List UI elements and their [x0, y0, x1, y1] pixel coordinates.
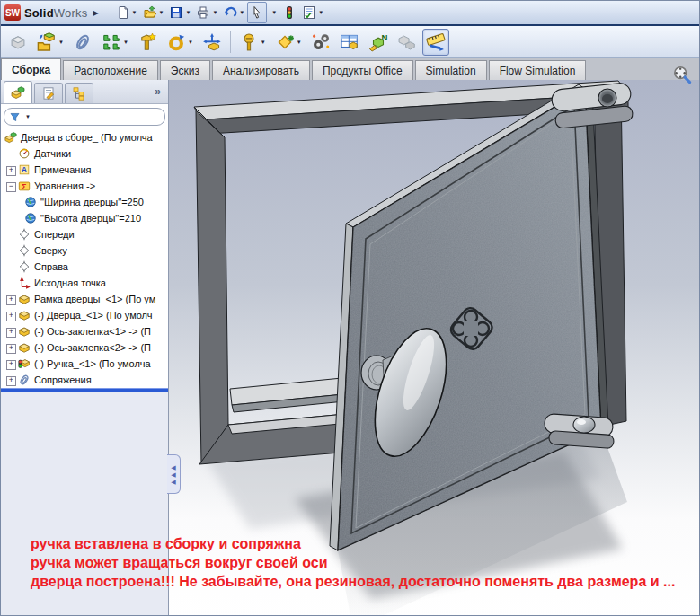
- measure-button[interactable]: [422, 29, 449, 56]
- tab-flow-simulation[interactable]: Flow Simulation: [489, 60, 587, 80]
- tree-item-equation-width[interactable]: "Ширина дверцы"=250: [1, 194, 168, 210]
- expand-toggle[interactable]: +: [4, 341, 18, 354]
- tree-item-root[interactable]: Дверца в сборе_ (По умолча: [1, 129, 168, 145]
- smart-fasteners-icon: [137, 32, 157, 52]
- chevron-down-icon[interactable]: ▼: [212, 10, 217, 15]
- print-button[interactable]: ▼: [193, 2, 220, 23]
- brand-works: Works: [54, 6, 88, 20]
- tree-item-sensors[interactable]: Датчики: [1, 145, 168, 162]
- part-icon: [18, 341, 31, 354]
- move-component-button[interactable]: [199, 29, 226, 56]
- measure-ruler-icon: [426, 32, 446, 52]
- bottom-hinge-rivet[interactable]: [544, 413, 614, 448]
- tree-item-handle-component[interactable]: +(-) Ручка_<1> (По умолча: [1, 356, 168, 372]
- mate-paperclip-icon: [73, 32, 93, 52]
- panel-tabs: »: [1, 80, 168, 104]
- tab-raspolozhenie[interactable]: Расположение: [63, 60, 158, 80]
- toolbar-separator: [230, 31, 231, 53]
- brand-solid: Solid: [24, 6, 54, 20]
- tree-item-origin[interactable]: Исходная точка: [1, 275, 168, 291]
- bill-of-materials-button[interactable]: [336, 29, 363, 56]
- tree-item-equation-height[interactable]: "Высота дверцы"=210: [1, 210, 168, 226]
- open-button[interactable]: ▼: [140, 2, 167, 23]
- panel-overflow-chevron[interactable]: »: [155, 85, 161, 98]
- chevron-down-icon[interactable]: ▼: [271, 10, 277, 15]
- tree-item-front-plane[interactable]: Спереди: [1, 226, 168, 242]
- undo-icon: [223, 5, 237, 20]
- feature-manager-icon: [11, 85, 25, 100]
- assembly-icon: [4, 131, 17, 144]
- feature-manager-tab[interactable]: [4, 81, 32, 103]
- tree-item-rivet2-component[interactable]: +(-) Ось-заклепка<2> -> (П: [1, 339, 168, 356]
- tree-item-equations[interactable]: −Уравнения ->: [1, 178, 168, 194]
- tree-item-label: Спереди: [34, 229, 75, 240]
- tab-sborka[interactable]: Сборка: [1, 58, 61, 80]
- tree-item-right-plane[interactable]: Справа: [1, 259, 168, 275]
- expand-toggle[interactable]: +: [4, 309, 18, 321]
- tree-item-frame-component[interactable]: +Рамка дверцы_<1> (По ум: [1, 291, 168, 307]
- chevron-down-icon[interactable]: ▼: [188, 40, 193, 45]
- feature-tree: Дверца в сборе_ (По умолча Датчики +Прим…: [1, 129, 168, 388]
- chevron-down-icon[interactable]: ▼: [25, 114, 31, 119]
- insert-from-file-icon: [37, 32, 57, 52]
- property-manager-tab[interactable]: [34, 83, 63, 103]
- chevron-down-icon[interactable]: ▼: [261, 40, 266, 45]
- mate-button[interactable]: [69, 29, 96, 56]
- motion-study-button[interactable]: [307, 29, 334, 56]
- chevron-down-icon[interactable]: ▼: [159, 10, 164, 15]
- traffic-light-button[interactable]: [279, 2, 299, 23]
- collapse-arrow-icon: ◀: [171, 471, 175, 478]
- tree-item-label: (-) Ось-заклепка<1> -> (П: [34, 326, 151, 337]
- insert-component-button[interactable]: [4, 29, 31, 56]
- expand-toggle[interactable]: +: [4, 357, 18, 370]
- menu-expand-arrow[interactable]: ▶: [93, 9, 98, 17]
- design-checker-button[interactable]: ▼: [299, 2, 326, 23]
- select-button[interactable]: [247, 2, 267, 23]
- panel-collapse-handle[interactable]: ◀ ◀ ◀: [167, 454, 181, 494]
- assembly-toolbar: ▼ ▼ ▼ ▼ ▼: [1, 26, 700, 58]
- tab-eskiz[interactable]: Эскиз: [160, 60, 210, 80]
- insert-from-file-button[interactable]: ▼: [33, 29, 67, 56]
- exploded-view-button[interactable]: [394, 29, 421, 56]
- plane-icon: [18, 244, 31, 257]
- chevron-down-icon[interactable]: ▼: [123, 40, 128, 45]
- tab-simulation[interactable]: Simulation: [415, 60, 487, 80]
- tree-item-annotations[interactable]: +Примечания: [1, 162, 168, 178]
- tab-analizirovat[interactable]: Анализировать: [212, 60, 310, 80]
- chevron-down-icon[interactable]: ▼: [132, 10, 137, 15]
- new-part-button[interactable]: [365, 29, 392, 56]
- new-document-button[interactable]: ▼: [113, 2, 140, 23]
- configuration-manager-tab[interactable]: [65, 83, 93, 103]
- select-dropdown[interactable]: ▼: [267, 2, 279, 23]
- expand-toggle[interactable]: +: [4, 293, 18, 305]
- property-manager-icon: [41, 86, 56, 101]
- chevron-down-icon[interactable]: ▼: [297, 40, 302, 45]
- part-icon: [18, 309, 31, 321]
- smart-fasteners-button[interactable]: [134, 29, 161, 56]
- chevron-down-icon[interactable]: ▼: [239, 10, 244, 15]
- expand-toggle[interactable]: +: [4, 163, 18, 176]
- chevron-down-icon[interactable]: ▼: [318, 10, 323, 15]
- expand-toggle[interactable]: +: [4, 374, 18, 386]
- reference-geometry-button[interactable]: ▼: [271, 29, 306, 56]
- tree-item-mates[interactable]: +Сопряжения: [1, 372, 168, 388]
- expand-toggle[interactable]: +: [4, 325, 18, 338]
- zoom-magnifier-button[interactable]: [669, 62, 695, 87]
- solidworks-window: SW SolidWorks ▶ ▼ ▼ ▼ ▼ ▼ ▼ ▼ ▼ ▼ ▼ ▼ ▼ …: [0, 0, 700, 616]
- tree-item-door-component[interactable]: +(-) Дверца_<1> (По умолч: [1, 307, 168, 323]
- chevron-down-icon[interactable]: ▼: [185, 10, 191, 15]
- rotate-component-button[interactable]: ▼: [163, 29, 197, 56]
- tree-item-rivet1-component[interactable]: +(-) Ось-заклепка<1> -> (П: [1, 323, 168, 339]
- tree-item-label: Сопряжения: [34, 374, 92, 385]
- collapse-arrow-icon: ◀: [171, 464, 175, 471]
- tab-produkty-office[interactable]: Продукты Office: [312, 60, 413, 80]
- save-button[interactable]: ▼: [166, 2, 193, 23]
- component-pattern-button[interactable]: ▼: [98, 29, 132, 56]
- part-icon: [18, 293, 31, 305]
- undo-button[interactable]: ▼: [220, 2, 247, 23]
- tree-item-top-plane[interactable]: Сверху: [1, 242, 168, 259]
- fastener-screw-button[interactable]: ▼: [235, 29, 270, 56]
- filter-input[interactable]: ▼: [4, 108, 165, 126]
- collapse-toggle[interactable]: −: [4, 180, 18, 192]
- chevron-down-icon[interactable]: ▼: [58, 40, 64, 45]
